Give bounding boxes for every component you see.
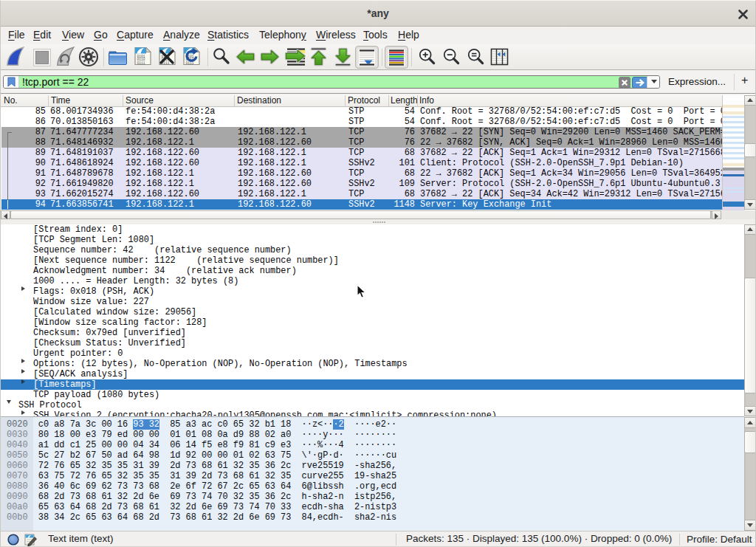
svg-text:0111: 0111 — [137, 61, 145, 65]
